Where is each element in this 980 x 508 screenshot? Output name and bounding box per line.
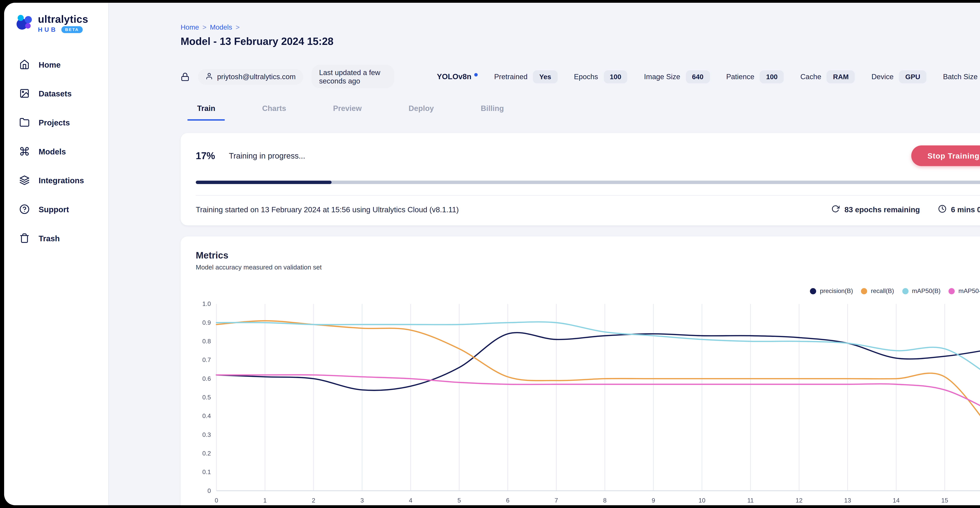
- breadcrumb-separator: >: [235, 24, 240, 31]
- user-icon: [205, 72, 213, 81]
- metrics-card: Metrics Model accuracy measured on valid…: [180, 236, 980, 505]
- help-icon: [19, 204, 30, 215]
- stop-training-button[interactable]: Stop Training: [911, 145, 980, 166]
- main-content: Home > Models > Model - 13 February 2024…: [109, 3, 980, 505]
- svg-text:0.9: 0.9: [202, 319, 211, 326]
- metrics-subtitle: Model accuracy measured on validation se…: [196, 263, 980, 271]
- page-title: Model - 13 February 2024 15:28: [180, 35, 980, 47]
- param-value: GPU: [899, 70, 926, 83]
- param-image-size: Image Size 640: [644, 70, 710, 83]
- home-icon: [19, 59, 30, 71]
- param-value: 100: [760, 70, 784, 83]
- architecture-dot-icon: [474, 73, 478, 76]
- sidebar-item-models[interactable]: Models: [4, 137, 108, 166]
- svg-text:15: 15: [942, 497, 948, 504]
- ultralytics-logo-icon: [15, 13, 33, 34]
- app-canvas: ultralytics HUB BETA Home Datasets Proje…: [0, 0, 980, 508]
- sidebar-item-projects[interactable]: Projects: [4, 108, 108, 137]
- svg-text:0.2: 0.2: [202, 450, 211, 457]
- architecture-name: YOLOv8n: [437, 72, 471, 81]
- param-label: Device: [872, 72, 894, 81]
- legend-label: precision(B): [820, 288, 853, 295]
- legend-label: recall(B): [871, 288, 894, 295]
- param-label: Image Size: [644, 72, 680, 81]
- legend-item-map5095[interactable]: mAP50-95(B): [949, 288, 980, 295]
- tab-charts[interactable]: Charts: [253, 99, 296, 121]
- epochs-remaining-text: 83 epochs remaining: [845, 205, 920, 213]
- chart-legend: precision(B) recall(B) mAP50(B) mAP50-95…: [196, 288, 980, 295]
- last-updated-badge: Last updated a few seconds ago: [312, 65, 394, 88]
- app-window: ultralytics HUB BETA Home Datasets Proje…: [4, 3, 980, 505]
- svg-text:7: 7: [555, 497, 558, 504]
- training-progress-bar: [196, 180, 980, 184]
- brand-logo[interactable]: ultralytics HUB BETA: [4, 3, 108, 34]
- refresh-icon: [831, 205, 840, 214]
- sidebar-item-trash[interactable]: Trash: [4, 224, 108, 253]
- param-label: Cache: [800, 72, 821, 81]
- legend-swatch: [810, 288, 816, 294]
- legend-swatch: [902, 288, 908, 294]
- svg-text:4: 4: [409, 497, 412, 504]
- training-progress-fill: [196, 180, 332, 184]
- model-tabs: Train Charts Preview Deploy Billing: [188, 99, 980, 121]
- svg-text:5: 5: [457, 497, 461, 504]
- svg-text:8: 8: [603, 497, 607, 504]
- sidebar-item-label: Trash: [38, 234, 60, 243]
- command-icon: [19, 146, 30, 158]
- training-progress-percent: 17%: [196, 150, 215, 161]
- brand-product: HUB: [38, 26, 57, 33]
- svg-text:0: 0: [215, 497, 218, 504]
- sidebar-item-label: Integrations: [38, 177, 84, 185]
- param-label: Pretrained: [494, 72, 527, 81]
- param-device: Device GPU: [872, 70, 926, 83]
- svg-text:9: 9: [652, 497, 655, 504]
- legend-label: mAP50(B): [912, 288, 940, 295]
- param-epochs: Epochs 100: [574, 70, 627, 83]
- svg-text:6: 6: [506, 497, 510, 504]
- svg-text:0.6: 0.6: [202, 375, 211, 382]
- sidebar-item-integrations[interactable]: Integrations: [4, 166, 108, 195]
- metrics-line-chart: 01234567891011121314151600.10.20.30.40.5…: [196, 300, 980, 505]
- breadcrumb: Home > Models >: [180, 24, 980, 31]
- legend-item-map50[interactable]: mAP50(B): [902, 288, 940, 295]
- tab-deploy[interactable]: Deploy: [399, 99, 443, 121]
- sidebar-item-datasets[interactable]: Datasets: [4, 79, 108, 108]
- sidebar-item-label: Projects: [38, 119, 70, 127]
- sidebar-item-support[interactable]: Support: [4, 195, 108, 224]
- svg-text:13: 13: [844, 497, 851, 504]
- param-value: RAM: [827, 70, 855, 83]
- sidebar-item-label: Support: [38, 205, 69, 213]
- param-pretrained: Pretrained Yes: [494, 70, 557, 83]
- tab-train[interactable]: Train: [188, 99, 225, 121]
- lock-icon: [180, 72, 189, 81]
- sidebar: ultralytics HUB BETA Home Datasets Proje…: [4, 3, 109, 505]
- param-value: 100: [603, 70, 627, 83]
- svg-text:2: 2: [312, 497, 315, 504]
- sidebar-item-label: Datasets: [38, 89, 72, 98]
- training-started-text: Training started on 13 February 2024 at …: [196, 205, 459, 213]
- param-label: Epochs: [574, 72, 598, 81]
- param-cache: Cache RAM: [800, 70, 855, 83]
- owner-badge[interactable]: priytosh@ultralytics.com: [198, 68, 303, 84]
- param-label: Patience: [726, 72, 754, 81]
- time-remaining-text: 6 mins 0 sec: [951, 205, 980, 213]
- tab-billing[interactable]: Billing: [471, 99, 514, 121]
- svg-text:0.8: 0.8: [202, 338, 211, 345]
- param-patience: Patience 100: [726, 70, 784, 83]
- svg-text:3: 3: [360, 497, 364, 504]
- legend-item-precision[interactable]: precision(B): [810, 288, 853, 295]
- layers-icon: [19, 175, 30, 186]
- time-remaining: 6 mins 0 sec: [938, 205, 980, 214]
- legend-item-recall[interactable]: recall(B): [861, 288, 894, 295]
- svg-text:0.3: 0.3: [202, 431, 211, 438]
- owner-email: priytosh@ultralytics.com: [217, 72, 296, 81]
- svg-text:1: 1: [263, 497, 267, 504]
- param-label: Batch Size: [943, 72, 978, 81]
- svg-text:0.7: 0.7: [202, 356, 211, 363]
- breadcrumb-link-models[interactable]: Models: [210, 24, 232, 31]
- tab-preview[interactable]: Preview: [323, 99, 371, 121]
- breadcrumb-link-home[interactable]: Home: [180, 24, 199, 31]
- breadcrumb-separator: >: [202, 24, 207, 31]
- clock-icon: [938, 205, 946, 214]
- sidebar-item-home[interactable]: Home: [4, 50, 108, 80]
